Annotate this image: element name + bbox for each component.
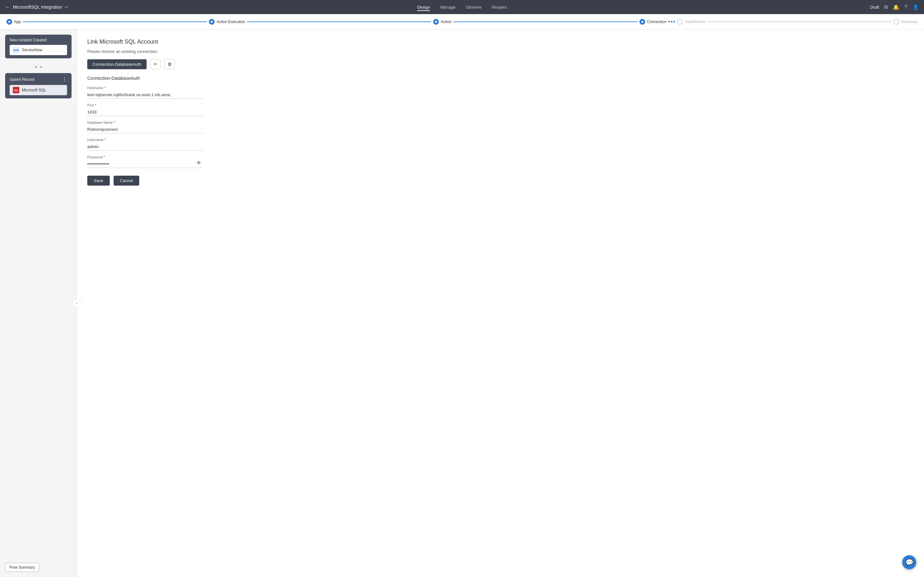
step-summary-label: Summary: [901, 19, 918, 24]
main-layout: New Incident Created now ServiceNow ⌄⌄ U…: [0, 29, 924, 577]
nav-observe[interactable]: Observe: [466, 3, 481, 11]
choose-connection-text: Please choose an existing connection:: [87, 49, 914, 54]
port-group: Port *: [87, 103, 203, 116]
main-content: Link Microsoft SQL Account Please choose…: [77, 29, 924, 577]
show-password-icon[interactable]: 👁: [196, 160, 202, 166]
step-summary-circle: [893, 19, 899, 25]
action-card-title: Upsert Record: [10, 77, 34, 82]
back-button[interactable]: ←: [5, 4, 10, 10]
step-dots: [668, 21, 675, 23]
hostname-label: Hostname *: [87, 86, 203, 90]
connection-selector-row: Connection-DatabaseAuth ✏ 🗑: [87, 59, 914, 69]
step-summary[interactable]: Summary: [893, 19, 918, 25]
external-link-icon[interactable]: ⧉: [884, 4, 888, 10]
edit-title-icon[interactable]: ✏: [65, 5, 68, 10]
flow-summary-button[interactable]: Flow Summary: [5, 563, 39, 572]
sql-service-name: Microsoft SQL: [22, 88, 46, 92]
action-card-service: SQL Microsoft SQL: [10, 85, 67, 95]
cancel-button[interactable]: Cancel: [113, 176, 139, 185]
step-transformer-label: Transformer: [685, 19, 706, 24]
username-input[interactable]: [87, 143, 203, 151]
port-label: Port *: [87, 103, 203, 107]
help-icon[interactable]: ?: [905, 4, 907, 10]
port-input[interactable]: [87, 108, 203, 116]
notification-icon[interactable]: 🔔: [893, 4, 899, 10]
step-action[interactable]: Action: [433, 19, 451, 25]
nav-center: Design Manage Observe Recipes: [417, 3, 507, 11]
hostname-input[interactable]: [87, 91, 203, 99]
password-row: 👁: [87, 160, 203, 168]
delete-connection-button[interactable]: 🗑: [165, 59, 175, 69]
step-connection-circle: [640, 19, 645, 25]
connection-dropdown-button[interactable]: Connection-DatabaseAuth: [87, 59, 147, 69]
top-nav: ← MicrosoftSQL integration ✏ Design Mana…: [0, 0, 924, 14]
step-action-execution[interactable]: Action Execution: [209, 19, 245, 25]
chat-bubble-button[interactable]: 💬: [902, 555, 916, 569]
form-actions: Save Cancel: [87, 176, 914, 185]
save-button[interactable]: Save: [87, 176, 110, 185]
step-transformer[interactable]: Transformer: [677, 19, 706, 25]
page-title: Link Microsoft SQL Account: [87, 39, 914, 45]
step-action-label: Action: [441, 19, 451, 24]
password-input[interactable]: [87, 160, 203, 168]
nav-recipes[interactable]: Recipes: [492, 3, 507, 11]
trigger-card-title: New Incident Created: [10, 38, 67, 42]
user-icon[interactable]: 👤: [913, 4, 919, 10]
step-dot-1: [668, 21, 670, 23]
step-app-circle: [6, 19, 12, 25]
step-connection-label: Connection: [647, 19, 667, 24]
password-label: Password *: [87, 155, 203, 159]
sql-icon: SQL: [13, 87, 19, 93]
username-group: Username *: [87, 138, 203, 151]
left-sidebar: New Incident Created now ServiceNow ⌄⌄ U…: [0, 29, 77, 577]
step-line-2: [247, 21, 431, 22]
action-card-header: Upsert Record ⋮: [10, 76, 67, 82]
step-app[interactable]: App: [6, 19, 21, 25]
step-dot-2: [671, 21, 672, 23]
step-line-1: [23, 21, 207, 22]
username-label: Username *: [87, 138, 203, 142]
step-action-execution-circle: [209, 19, 215, 25]
hostname-group: Hostname *: [87, 86, 203, 99]
nav-design[interactable]: Design: [417, 3, 430, 11]
step-dot-3: [674, 21, 675, 23]
database-name-input[interactable]: [87, 126, 203, 133]
password-group: Password * 👁: [87, 155, 203, 168]
connection-name-subtitle: Connection-DatabaseAuth: [87, 76, 914, 81]
database-name-group: Database Name *: [87, 121, 203, 133]
step-app-label: App: [14, 19, 21, 24]
step-line-5: [708, 21, 891, 22]
database-name-label: Database Name *: [87, 121, 203, 124]
step-bar: App Action Execution Action Connection T…: [0, 14, 924, 29]
expand-icon[interactable]: ⌄⌄: [34, 62, 43, 69]
action-card-menu-icon[interactable]: ⋮: [62, 76, 67, 82]
nav-manage[interactable]: Manage: [441, 3, 456, 11]
step-transformer-circle: [677, 19, 683, 25]
app-title: MicrosoftSQL integration: [13, 5, 62, 10]
action-card: Upsert Record ⋮ SQL Microsoft SQL: [5, 73, 71, 98]
collapse-button[interactable]: ‹: [72, 299, 81, 308]
servicenow-icon: now: [13, 47, 19, 53]
trigger-card: New Incident Created now ServiceNow: [5, 35, 71, 58]
servicenow-name: ServiceNow: [22, 48, 42, 52]
trigger-card-service: now ServiceNow: [10, 45, 67, 55]
step-connection[interactable]: Connection: [640, 19, 667, 25]
edit-connection-button[interactable]: ✏: [150, 59, 161, 69]
step-action-execution-label: Action Execution: [216, 19, 245, 24]
step-line-3: [453, 21, 637, 22]
nav-right: Draft ⧉ 🔔 ? 👤: [870, 4, 919, 10]
draft-badge: Draft: [870, 5, 879, 10]
step-action-circle: [433, 19, 439, 25]
